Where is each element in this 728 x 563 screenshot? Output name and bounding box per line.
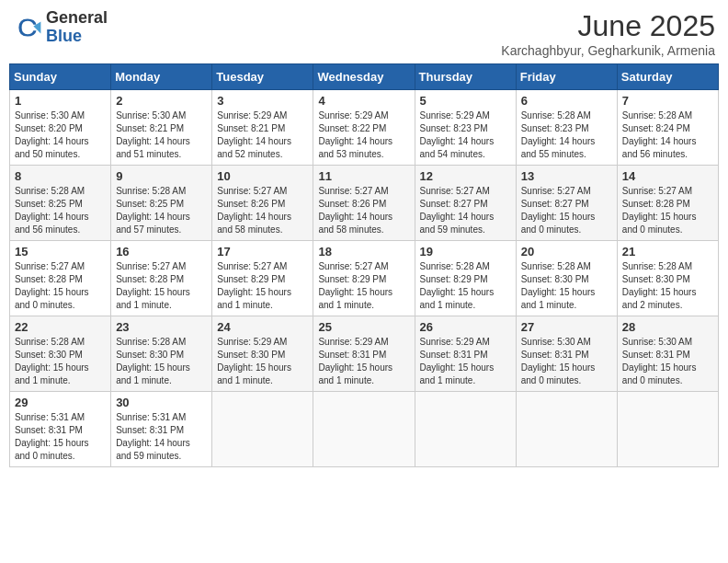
day-number: 16: [116, 245, 207, 259]
calendar-week-row: 22Sunrise: 5:28 AMSunset: 8:30 PMDayligh…: [10, 316, 719, 392]
day-info: Sunrise: 5:29 AMSunset: 8:31 PMDaylight:…: [318, 336, 409, 387]
day-number: 13: [521, 169, 612, 183]
calendar-cell: 9Sunrise: 5:28 AMSunset: 8:25 PMDaylight…: [111, 166, 212, 241]
day-number: 20: [521, 245, 612, 259]
calendar-header-tuesday: Tuesday: [212, 64, 313, 90]
calendar-cell: 11Sunrise: 5:27 AMSunset: 8:26 PMDayligh…: [313, 166, 415, 241]
day-number: 9: [116, 169, 207, 183]
day-info: Sunrise: 5:27 AMSunset: 8:29 PMDaylight:…: [217, 260, 308, 312]
day-number: 23: [116, 320, 207, 334]
day-number: 19: [420, 245, 511, 259]
day-number: 24: [217, 320, 308, 334]
calendar-cell: 22Sunrise: 5:28 AMSunset: 8:30 PMDayligh…: [10, 316, 111, 392]
calendar-cell: 3Sunrise: 5:29 AMSunset: 8:21 PMDaylight…: [212, 90, 313, 166]
calendar-cell: 30Sunrise: 5:31 AMSunset: 8:31 PMDayligh…: [111, 392, 212, 467]
calendar-header-saturday: Saturday: [617, 64, 718, 90]
day-info: Sunrise: 5:28 AMSunset: 8:30 PMDaylight:…: [116, 336, 207, 387]
title-block: June 2025 Karchaghbyur, Gegharkunik, Arm…: [501, 9, 715, 58]
page-header: General Blue June 2025 Karchaghbyur, Geg…: [9, 9, 719, 58]
calendar-cell: 14Sunrise: 5:27 AMSunset: 8:28 PMDayligh…: [617, 166, 718, 241]
calendar-cell: 15Sunrise: 5:27 AMSunset: 8:28 PMDayligh…: [10, 241, 111, 316]
day-info: Sunrise: 5:29 AMSunset: 8:31 PMDaylight:…: [420, 336, 511, 387]
day-number: 7: [622, 94, 713, 108]
calendar-cell: 6Sunrise: 5:28 AMSunset: 8:23 PMDaylight…: [516, 90, 617, 166]
day-info: Sunrise: 5:28 AMSunset: 8:29 PMDaylight:…: [420, 260, 511, 312]
day-number: 27: [521, 320, 612, 334]
calendar-header-thursday: Thursday: [415, 64, 516, 90]
calendar-week-row: 8Sunrise: 5:28 AMSunset: 8:25 PMDaylight…: [10, 166, 719, 241]
day-number: 12: [420, 169, 511, 183]
day-info: Sunrise: 5:28 AMSunset: 8:23 PMDaylight:…: [521, 109, 612, 161]
day-number: 18: [318, 245, 409, 259]
day-number: 29: [15, 396, 106, 409]
calendar-cell: [617, 392, 718, 467]
calendar-cell: 20Sunrise: 5:28 AMSunset: 8:30 PMDayligh…: [516, 241, 617, 316]
day-number: 1: [15, 94, 106, 108]
day-info: Sunrise: 5:27 AMSunset: 8:27 PMDaylight:…: [521, 185, 612, 236]
calendar-header-sunday: Sunday: [10, 64, 111, 90]
day-number: 21: [622, 245, 713, 259]
calendar-cell: [516, 392, 617, 467]
calendar-cell: 17Sunrise: 5:27 AMSunset: 8:29 PMDayligh…: [212, 241, 313, 316]
calendar-cell: 1Sunrise: 5:30 AMSunset: 8:20 PMDaylight…: [10, 90, 111, 166]
calendar-cell: [212, 392, 313, 467]
day-info: Sunrise: 5:29 AMSunset: 8:30 PMDaylight:…: [217, 336, 308, 387]
calendar-header-wednesday: Wednesday: [313, 64, 415, 90]
calendar-cell: [415, 392, 516, 467]
calendar-cell: 28Sunrise: 5:30 AMSunset: 8:31 PMDayligh…: [617, 316, 718, 392]
day-number: 5: [420, 94, 511, 108]
calendar-week-row: 15Sunrise: 5:27 AMSunset: 8:28 PMDayligh…: [10, 241, 719, 316]
calendar-cell: 19Sunrise: 5:28 AMSunset: 8:29 PMDayligh…: [415, 241, 516, 316]
day-info: Sunrise: 5:31 AMSunset: 8:31 PMDaylight:…: [15, 411, 106, 463]
calendar-cell: 10Sunrise: 5:27 AMSunset: 8:26 PMDayligh…: [212, 166, 313, 241]
calendar-cell: 23Sunrise: 5:28 AMSunset: 8:30 PMDayligh…: [111, 316, 212, 392]
day-number: 11: [318, 169, 409, 183]
logo: General Blue: [13, 9, 108, 46]
day-info: Sunrise: 5:27 AMSunset: 8:28 PMDaylight:…: [116, 260, 207, 312]
day-number: 28: [622, 320, 713, 334]
day-info: Sunrise: 5:29 AMSunset: 8:22 PMDaylight:…: [318, 109, 409, 161]
day-info: Sunrise: 5:31 AMSunset: 8:31 PMDaylight:…: [116, 411, 207, 463]
day-number: 25: [318, 320, 409, 334]
calendar-week-row: 1Sunrise: 5:30 AMSunset: 8:20 PMDaylight…: [10, 90, 719, 166]
logo-blue-text: Blue: [46, 27, 82, 45]
calendar-header-friday: Friday: [516, 64, 617, 90]
day-info: Sunrise: 5:27 AMSunset: 8:28 PMDaylight:…: [622, 185, 713, 236]
day-number: 15: [15, 245, 106, 259]
day-number: 6: [521, 94, 612, 108]
calendar-cell: [313, 392, 415, 467]
calendar-header-monday: Monday: [111, 64, 212, 90]
day-info: Sunrise: 5:29 AMSunset: 8:21 PMDaylight:…: [217, 109, 308, 161]
calendar-cell: 27Sunrise: 5:30 AMSunset: 8:31 PMDayligh…: [516, 316, 617, 392]
day-number: 30: [116, 396, 207, 409]
day-info: Sunrise: 5:28 AMSunset: 8:30 PMDaylight:…: [521, 260, 612, 312]
day-number: 2: [116, 94, 207, 108]
day-info: Sunrise: 5:28 AMSunset: 8:25 PMDaylight:…: [116, 185, 207, 236]
day-number: 3: [217, 94, 308, 108]
day-number: 17: [217, 245, 308, 259]
day-number: 10: [217, 169, 308, 183]
day-info: Sunrise: 5:29 AMSunset: 8:23 PMDaylight:…: [420, 109, 511, 161]
day-info: Sunrise: 5:27 AMSunset: 8:26 PMDaylight:…: [217, 185, 308, 236]
calendar-cell: 8Sunrise: 5:28 AMSunset: 8:25 PMDaylight…: [10, 166, 111, 241]
day-number: 14: [622, 169, 713, 183]
day-info: Sunrise: 5:30 AMSunset: 8:31 PMDaylight:…: [521, 336, 612, 387]
calendar-cell: 4Sunrise: 5:29 AMSunset: 8:22 PMDaylight…: [313, 90, 415, 166]
day-number: 26: [420, 320, 511, 334]
calendar-table: SundayMondayTuesdayWednesdayThursdayFrid…: [9, 63, 719, 467]
day-info: Sunrise: 5:28 AMSunset: 8:25 PMDaylight:…: [15, 185, 106, 236]
location: Karchaghbyur, Gegharkunik, Armenia: [501, 43, 715, 58]
day-info: Sunrise: 5:30 AMSunset: 8:31 PMDaylight:…: [622, 336, 713, 387]
day-number: 4: [318, 94, 409, 108]
logo-general-text: General: [46, 8, 108, 27]
day-info: Sunrise: 5:28 AMSunset: 8:30 PMDaylight:…: [622, 260, 713, 312]
month-title: June 2025: [501, 9, 715, 43]
calendar-cell: 13Sunrise: 5:27 AMSunset: 8:27 PMDayligh…: [516, 166, 617, 241]
day-info: Sunrise: 5:28 AMSunset: 8:30 PMDaylight:…: [15, 336, 106, 387]
day-number: 22: [15, 320, 106, 334]
day-number: 8: [15, 169, 106, 183]
day-info: Sunrise: 5:27 AMSunset: 8:29 PMDaylight:…: [318, 260, 409, 312]
calendar-cell: 5Sunrise: 5:29 AMSunset: 8:23 PMDaylight…: [415, 90, 516, 166]
day-info: Sunrise: 5:30 AMSunset: 8:20 PMDaylight:…: [15, 109, 106, 161]
calendar-cell: 2Sunrise: 5:30 AMSunset: 8:21 PMDaylight…: [111, 90, 212, 166]
